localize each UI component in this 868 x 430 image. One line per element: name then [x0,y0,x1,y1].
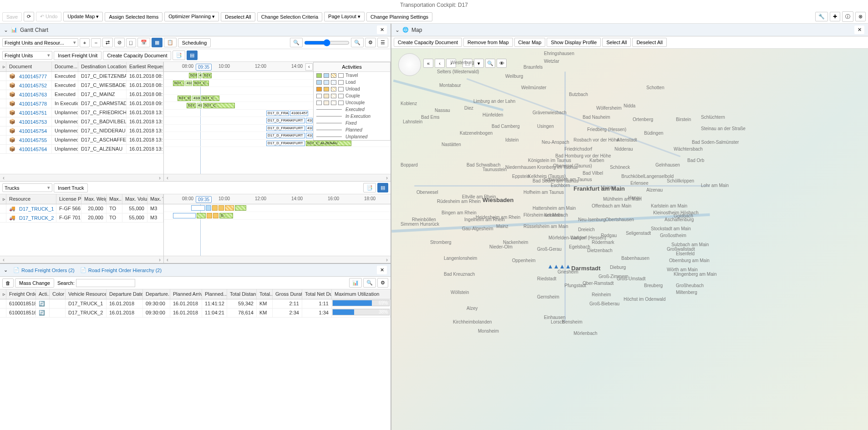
zoom-slider[interactable] [304,39,350,46]
create-capacity-document-button[interactable]: Create Capacity Document [103,51,171,60]
calendar-icon[interactable]: 📅 [137,38,150,47]
personalize-icon[interactable]: 🔧 [815,12,828,21]
legend-collapse-icon[interactable]: ‹ [305,63,313,71]
change-selection-criteria-button[interactable]: Change Selection Criteria [257,12,322,21]
zoom-in-icon[interactable]: 🔍 [351,38,364,47]
truck-filter-icon[interactable]: 📑 [363,183,376,192]
destination-link[interactable]: D17_C_DARMSTADT [78,99,127,108]
destination-link[interactable]: D17_C_NIDDERAU [78,126,127,135]
freight-order-link[interactable]: 6100018518 [6,299,36,308]
truck-view-icon[interactable]: ▤ [377,183,388,192]
resource-link[interactable]: D17_TRUCK_1 [19,206,54,212]
map-pan-left-icon[interactable]: « [423,59,433,68]
document-link[interactable]: 4100145778 [19,101,47,106]
undo-button[interactable]: ↶Undo [36,12,61,21]
table-row[interactable]: 📦4100145752 Executed D17_C_WIESBADEN 16.… [0,81,163,90]
action2-icon[interactable]: ▤ [187,51,198,60]
action-icon[interactable]: 🔄 [39,310,45,315]
detail-icon[interactable]: 📋 [164,38,177,47]
map-canvas[interactable]: « ‹ › ⬚ ▾ 🔍 👁 Frankfurt am MainWiesbaden… [391,49,868,430]
expand-col-icon[interactable]: ▹ [0,62,6,71]
scheduling-button[interactable]: Scheduling [178,38,211,47]
destination-link[interactable]: D17_C_BADVILBEL [78,117,127,126]
table-row[interactable]: 📦4100145763 Executed D17_C_MAINZ 16.01.2… [0,90,163,99]
truck-gantt-scroll[interactable]: ‹› [164,256,391,263]
save-button[interactable]: Save [2,12,22,21]
minus-icon[interactable]: − [91,38,101,47]
col-earliest[interactable]: Earliest Requested Ti... [127,62,163,71]
optimizer-planning-button[interactable]: Optimizer Planning ▾ [164,12,219,21]
orders-search-input[interactable] [76,279,135,287]
tab-road-freight-hierarchy[interactable]: 📄Road Freight Order Hierarchy (2) [80,267,162,273]
table-row[interactable]: 📦4100145753 Unplanned D17_C_BADVILBEL 16… [0,117,163,126]
truck-expand-col[interactable]: ▹ [0,194,6,204]
col-resource[interactable]: Resource [6,194,56,204]
insert-truck-button[interactable]: Insert Truck [54,183,88,192]
map-prev-icon[interactable]: ‹ [435,59,445,68]
destination-link[interactable]: D17_C_ASCHAFFENBURG [78,136,127,144]
remove-from-map-button[interactable]: Remove from Map [463,38,513,47]
profile-dropdown[interactable]: Freight Units and Resour... [2,38,78,47]
trucks-dropdown[interactable]: Trucks [2,183,52,192]
fu-gantt-scroll[interactable]: ‹› [164,174,391,181]
destination-link[interactable]: D17_C_FRIEDRICHSDORF [78,108,127,117]
col-color[interactable]: Color [50,289,66,299]
destination-link[interactable]: D17_C_ALZENAU [78,145,127,153]
col-acti[interactable]: Acti... [36,289,50,299]
col-gross-duration[interactable]: Gross Duration [273,289,302,299]
destination-link[interactable]: D17_C_WIESBADEN [78,81,127,90]
table-row[interactable]: 6100018516 🔄 D17_TRUCK_2 16.01.2018 09:3… [0,309,391,318]
show-display-profile-button[interactable]: Show Display Profile [547,38,601,47]
document-link[interactable]: 4100145752 [19,83,47,88]
map-search-icon[interactable]: 🔍 [485,59,495,68]
table-row[interactable]: 📦4100145777 Executed D17_C_DIETZENBACH 1… [0,72,163,81]
add-icon[interactable]: + [80,38,90,47]
orders-collapse-icon[interactable]: ⌄ [4,267,8,273]
col-max-weight[interactable]: Max. Weight [81,194,107,204]
table-row[interactable]: 📦4100145778 In Execution D17_C_DARMSTADT… [0,99,163,108]
clear-map-button[interactable]: Clear Map [514,38,546,47]
table-row[interactable]: 📦4100145764 Unplanned D17_C_ALZENAU 16.0… [0,145,163,154]
orders-close-icon[interactable]: ✕ [377,266,387,274]
col-mvu[interactable]: Max. Volu... [147,194,163,204]
truck-table-scroll[interactable]: ‹› [0,256,163,263]
action1-icon[interactable]: 📑 [173,51,185,60]
close-icon[interactable]: ⊗ [855,12,866,21]
col-freight-order[interactable]: Freight Order [6,289,36,299]
fu-table-scroll[interactable]: ‹› [0,174,163,181]
compass-icon[interactable] [398,53,421,76]
document-link[interactable]: 4100145754 [19,128,47,134]
update-map-button[interactable]: Update Map ▾ [63,12,103,21]
map-deselect-all-button[interactable]: Deselect All [632,38,666,47]
col-license[interactable]: License Pl... [56,194,81,204]
table-row[interactable]: 🚚D17_TRUCK_1 F-GF 566 20,000 TO 55,000 M… [0,204,163,213]
truck-gantt-body[interactable]: D... [164,204,391,256]
document-link[interactable]: 4100145751 [19,110,47,116]
col-destination[interactable]: Destination Location [78,62,127,71]
assign-selected-button[interactable]: Assign Selected Items [105,12,162,21]
resource-link[interactable]: D17_TRUCK_2 [19,215,54,221]
map-create-capacity-button[interactable]: Create Capacity Document [394,38,462,47]
refresh-button[interactable]: ⟳ [24,12,34,21]
freight-units-dropdown[interactable]: Freight Units [2,51,52,60]
settings-icon[interactable]: ⚙ [377,278,388,288]
collapse-all-icon[interactable]: ⎕ [126,38,136,47]
document-link[interactable]: 4100145763 [19,92,47,97]
map-select-all-button[interactable]: Select All [602,38,631,47]
col-total-net[interactable]: Total Net Dur... [302,289,332,299]
col-planned[interactable]: Planned... [202,289,227,299]
close-panel-icon[interactable]: ✕ [377,25,387,34]
map-collapse-icon[interactable]: ⌄ [395,27,400,33]
map-select-icon[interactable]: ▾ [474,59,484,68]
destination-link[interactable]: D17_C_MAINZ [78,90,127,99]
deselect-all-button[interactable]: Deselect All [221,12,255,21]
col-max-util[interactable]: Maximum Utilization [332,289,391,299]
col-departure[interactable]: Departure... [143,289,170,299]
export-icon[interactable]: 📊 [349,278,362,288]
view-mode-icon[interactable]: ▦ [152,38,162,47]
fullscreen-icon[interactable]: ✚ [830,12,840,21]
col-max-vol[interactable]: Max. Volume [122,194,147,204]
col-document[interactable]: Document [6,62,52,71]
table-row[interactable]: 📦4100145751 Unplanned D17_C_FRIEDRICHSDO… [0,108,163,117]
filter-icon[interactable]: ⚙ [365,38,376,47]
